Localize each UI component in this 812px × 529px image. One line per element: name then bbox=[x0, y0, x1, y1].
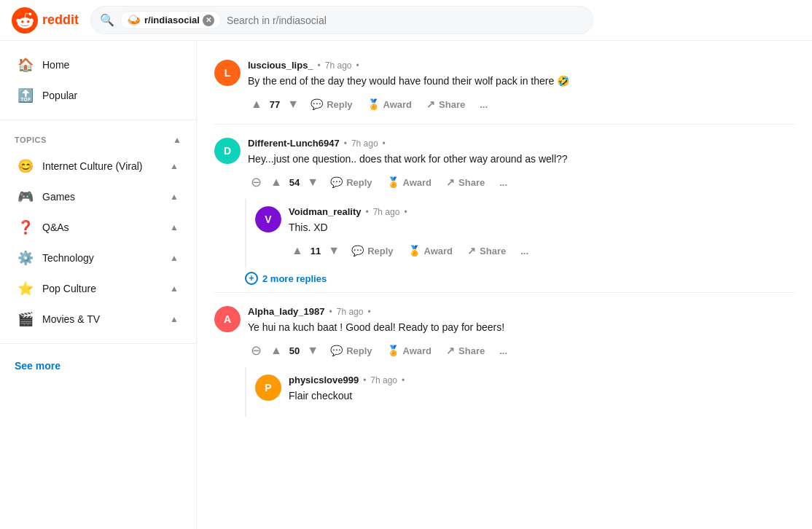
games-chevron-icon: ▲ bbox=[170, 192, 179, 202]
internet-culture-chevron-icon: ▲ bbox=[170, 161, 179, 171]
search-input[interactable] bbox=[227, 15, 584, 26]
more-btn-2[interactable]: ... bbox=[493, 174, 513, 191]
comment-author-reply-2: physicslove999 bbox=[289, 375, 359, 385]
separator-2 bbox=[214, 292, 795, 293]
comment-body-2: Different-Lunch6947 • 7h ago • Hey...jus… bbox=[248, 138, 795, 192]
avatar-different-lunch: D bbox=[214, 138, 241, 164]
avatar-circle-3: A bbox=[214, 306, 241, 332]
comment-3: A Alpha_lady_1987 • 7h ago • Ye hui na k… bbox=[214, 299, 795, 367]
more-btn-reply-1[interactable]: ... bbox=[515, 243, 534, 259]
close-subreddit-icon[interactable]: ✕ bbox=[203, 15, 214, 26]
reply-icon-3: 💬 bbox=[330, 345, 343, 356]
comment-body-reply-1: Voidman_reality • 7h ago • This. XD ▲ 11… bbox=[289, 206, 795, 260]
topic-item-movies-tv[interactable]: 🎬 Movies & TV ▲ bbox=[3, 304, 193, 334]
sidebar-divider bbox=[0, 119, 196, 120]
comment-author-reply-1: Voidman_reality bbox=[289, 206, 361, 217]
topic-item-qas[interactable]: ❓ Q&As ▲ bbox=[3, 212, 193, 243]
reply-icon-r1: 💬 bbox=[351, 245, 364, 256]
more-btn-3[interactable]: ... bbox=[493, 342, 513, 359]
award-btn-1[interactable]: 🏅 Award bbox=[362, 95, 418, 113]
award-icon-1: 🏅 bbox=[367, 98, 380, 110]
comment-time-1: 7h ago bbox=[325, 60, 352, 71]
comment-time-reply-1: 7h ago bbox=[373, 207, 400, 217]
comment-text-1: By the end of the day they would have fo… bbox=[248, 74, 795, 89]
share-btn-1[interactable]: ↗ Share bbox=[421, 95, 471, 113]
award-btn-3[interactable]: 🏅 Award bbox=[381, 342, 438, 359]
topics-header: TOPICS ▲ bbox=[0, 129, 196, 151]
topic-label-technology: Technology bbox=[42, 252, 94, 264]
reply-btn-2[interactable]: 💬 Reply bbox=[324, 173, 378, 191]
comment-body-reply-2: physicslove999 • 7h ago • Flair checkout bbox=[289, 375, 795, 410]
main-layout: 🏠 Home 🔝 Popular TOPICS ▲ 😊 Internet Cul… bbox=[0, 41, 812, 529]
upvote-btn-reply-1[interactable]: ▲ bbox=[289, 241, 306, 260]
comment-2: D Different-Lunch6947 • 7h ago • Hey...j… bbox=[214, 130, 795, 199]
reply-btn-3[interactable]: 💬 Reply bbox=[324, 342, 378, 359]
vote-count-1: 77 bbox=[268, 99, 281, 110]
qas-chevron-icon: ▲ bbox=[170, 222, 179, 232]
nav-item-home[interactable]: 🏠 Home bbox=[3, 50, 193, 80]
nav-item-popular[interactable]: 🔝 Popular bbox=[3, 80, 193, 111]
topic-label-games: Games bbox=[42, 191, 75, 203]
upvote-btn-3[interactable]: ▲ bbox=[268, 341, 285, 360]
downvote-btn-1[interactable]: ▼ bbox=[284, 95, 302, 114]
comment-reply-2: P physicslove999 • 7h ago • Flair checko… bbox=[255, 367, 795, 417]
upvote-btn-2[interactable]: ▲ bbox=[268, 173, 285, 192]
reply-icon-1: 💬 bbox=[311, 98, 323, 110]
collapse-btn-2[interactable]: ⊖ bbox=[248, 173, 265, 192]
comment-author-3: Alpha_lady_1987 bbox=[248, 306, 325, 317]
topic-item-games[interactable]: 🎮 Games ▲ bbox=[3, 181, 193, 212]
award-btn-reply-1[interactable]: 🏅 Award bbox=[402, 242, 459, 259]
search-icon: 🔍 bbox=[100, 13, 114, 27]
topic-label-pop-culture: Pop Culture bbox=[42, 283, 96, 294]
reply-btn-reply-1[interactable]: 💬 Reply bbox=[346, 242, 399, 259]
vote-section-3: ▲ 50 ▼ bbox=[268, 341, 321, 360]
more-replies-button[interactable]: + 2 more replies bbox=[245, 267, 795, 289]
topic-item-technology[interactable]: ⚙️ Technology ▲ bbox=[3, 243, 193, 273]
nav-label-home: Home bbox=[42, 59, 69, 71]
vote-section-2: ▲ 54 ▼ bbox=[268, 173, 321, 192]
logo-link[interactable]: reddit bbox=[12, 7, 79, 34]
see-more-button[interactable]: See more bbox=[0, 353, 196, 379]
comment-dot-1b: • bbox=[356, 60, 359, 71]
comment-meta-2: Different-Lunch6947 • 7h ago • bbox=[248, 138, 795, 149]
share-btn-3[interactable]: ↗ Share bbox=[440, 342, 491, 359]
avatar-physicslove: P bbox=[255, 375, 281, 401]
reddit-logo-icon bbox=[12, 7, 38, 34]
topics-chevron-icon[interactable]: ▲ bbox=[173, 135, 181, 145]
subreddit-emoji: 🍛 bbox=[127, 13, 141, 27]
award-btn-2[interactable]: 🏅 Award bbox=[381, 173, 438, 191]
comment-text-reply-1: This. XD bbox=[289, 220, 795, 235]
comment-text-2: Hey...just one question.. does that work… bbox=[248, 152, 795, 167]
share-icon-1: ↗ bbox=[426, 98, 435, 110]
separator-1 bbox=[214, 124, 795, 125]
sidebar-bottom-divider bbox=[0, 343, 196, 344]
more-btn-1[interactable]: ... bbox=[474, 96, 493, 113]
reply-btn-1[interactable]: 💬 Reply bbox=[305, 95, 358, 113]
subreddit-tag[interactable]: 🍛 r/indiasocial ✕ bbox=[120, 11, 221, 29]
main-content: L luscious_lips_ • 7h ago • By the end o… bbox=[197, 41, 812, 529]
comment-meta-1: luscious_lips_ • 7h ago • bbox=[248, 60, 795, 71]
internet-culture-icon: 😊 bbox=[17, 158, 34, 174]
avatar-circle-2: D bbox=[214, 138, 241, 164]
share-btn-reply-1[interactable]: ↗ Share bbox=[461, 242, 512, 259]
downvote-btn-reply-1[interactable]: ▼ bbox=[325, 241, 343, 260]
downvote-btn-2[interactable]: ▼ bbox=[304, 173, 321, 192]
pop-culture-chevron-icon: ▲ bbox=[170, 283, 179, 294]
avatar-voidman: V bbox=[255, 206, 281, 232]
award-icon-r1: 🏅 bbox=[408, 245, 421, 256]
topic-item-internet-culture[interactable]: 😊 Internet Culture (Viral) ▲ bbox=[3, 151, 193, 181]
more-replies-icon: + bbox=[245, 272, 258, 285]
avatar-luscious-lips: L bbox=[214, 60, 241, 86]
upvote-btn-1[interactable]: ▲ bbox=[248, 95, 265, 114]
subreddit-name: r/indiasocial bbox=[144, 15, 200, 26]
comment-author-1: luscious_lips_ bbox=[248, 60, 313, 71]
avatar-alpha-lady: A bbox=[214, 306, 241, 332]
share-btn-2[interactable]: ↗ Share bbox=[440, 173, 491, 191]
header: reddit 🔍 🍛 r/indiasocial ✕ bbox=[0, 0, 812, 41]
technology-chevron-icon: ▲ bbox=[170, 253, 179, 263]
downvote-btn-3[interactable]: ▼ bbox=[304, 341, 321, 360]
share-icon-2: ↗ bbox=[446, 176, 455, 188]
nav-label-popular: Popular bbox=[42, 90, 77, 101]
collapse-btn-3[interactable]: ⊖ bbox=[248, 341, 265, 360]
topic-item-pop-culture[interactable]: ⭐ Pop Culture ▲ bbox=[3, 273, 193, 304]
